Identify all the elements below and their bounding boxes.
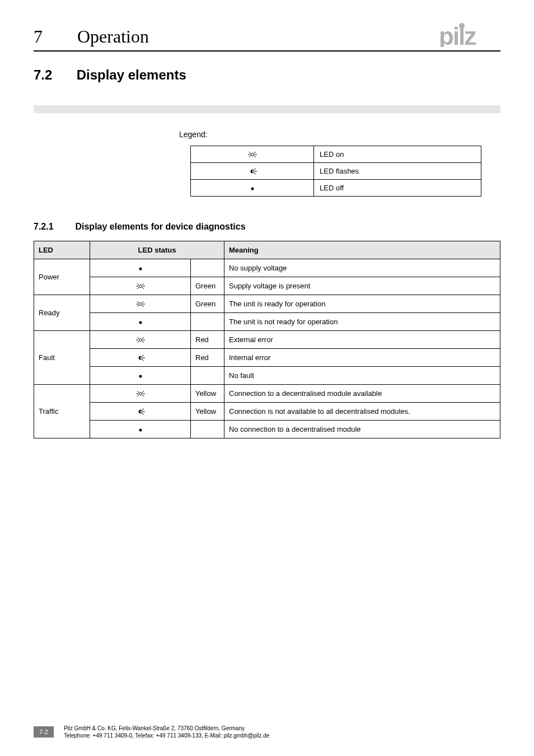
table-row: Fault Red External error	[34, 331, 500, 349]
led-name: Ready	[34, 295, 90, 331]
svg-line-6	[249, 156, 251, 157]
svg-line-34	[137, 341, 139, 343]
table-row: Power No supply voltage	[34, 259, 500, 277]
led-color	[191, 259, 224, 277]
led-meaning: No fault	[224, 367, 500, 385]
svg-point-53	[139, 428, 142, 431]
svg-line-7	[254, 156, 256, 157]
legend-row: LED on	[191, 146, 481, 163]
legend-desc: LED on	[314, 146, 481, 163]
svg-line-39	[142, 360, 144, 361]
legend-row: LED off	[191, 180, 481, 197]
footer-line2: Telephone: +49 711 3409-0, Telefax: +49 …	[64, 732, 269, 739]
led-off-icon	[90, 367, 191, 385]
page-number: 7-2	[34, 726, 54, 738]
table-row: Traffic Yellow Connection to a decentral…	[34, 385, 500, 403]
svg-line-32	[137, 337, 139, 339]
led-on-icon	[191, 146, 314, 163]
led-name: Power	[34, 259, 90, 295]
led-off-icon	[90, 313, 191, 331]
svg-line-10	[254, 169, 256, 170]
svg-line-11	[254, 173, 256, 174]
led-color: Red	[191, 331, 224, 349]
led-color	[191, 421, 224, 438]
legend-row: LED flashes	[191, 163, 481, 180]
svg-line-24	[137, 301, 139, 303]
led-on-icon	[90, 295, 191, 313]
section-heading: 7.2 Display elements	[34, 67, 500, 83]
page-footer: 7-2 Pilz GmbH & Co. KG, Felix-Wankel-Str…	[0, 725, 534, 739]
led-meaning: Internal error	[224, 349, 500, 367]
led-color	[191, 313, 224, 331]
svg-line-5	[254, 152, 256, 153]
svg-line-47	[142, 395, 144, 396]
led-color: Green	[191, 277, 224, 295]
subsection-heading: 7.2.1 Display elements for device diagno…	[34, 222, 500, 232]
pilz-logo: pilz	[439, 22, 500, 47]
led-color	[191, 367, 224, 385]
legend-table: LED on LED flashes LED off	[190, 146, 481, 197]
footer-text: Pilz GmbH & Co. KG, Felix-Wankel-Straße …	[64, 725, 269, 739]
led-color: Red	[191, 349, 224, 367]
svg-line-17	[137, 283, 139, 285]
led-off-icon	[191, 180, 314, 197]
svg-point-48	[139, 393, 142, 395]
led-flash-icon	[90, 349, 191, 367]
svg-point-14	[139, 267, 142, 270]
svg-line-20	[142, 287, 144, 289]
footer-line1: Pilz GmbH & Co. KG, Felix-Wankel-Straße …	[64, 725, 269, 732]
led-off-icon	[90, 421, 191, 438]
led-meaning: No connection to a decentralised module	[224, 421, 500, 438]
chapter-title: Operation	[77, 26, 149, 46]
svg-line-38	[142, 355, 144, 356]
svg-line-46	[137, 395, 139, 396]
table-row: No fault	[34, 367, 500, 385]
svg-line-25	[142, 301, 144, 303]
svg-text:pilz: pilz	[439, 22, 476, 47]
table-row: Green Supply voltage is present	[34, 277, 500, 295]
led-on-icon	[90, 277, 191, 295]
svg-point-21	[139, 285, 142, 288]
svg-point-8	[251, 153, 254, 156]
diagnostics-table: LED LED status Meaning Power No supply v…	[34, 241, 500, 438]
svg-line-44	[137, 391, 139, 393]
led-flash-icon	[90, 403, 191, 421]
led-on-icon	[90, 385, 191, 403]
svg-point-28	[139, 303, 142, 306]
led-meaning: External error	[224, 331, 500, 349]
svg-point-41	[139, 375, 142, 377]
subsection-number: 7.2.1	[34, 222, 73, 232]
section-title: Display elements	[77, 67, 186, 82]
table-row: Yellow Connection is not available to al…	[34, 403, 500, 421]
th-status: LED status	[90, 241, 224, 259]
divider-bar	[34, 105, 500, 113]
section-number: 7.2	[34, 67, 73, 83]
led-meaning: The unit is not ready for operation	[224, 313, 500, 331]
table-row: Red Internal error	[34, 349, 500, 367]
led-meaning: Supply voltage is present	[224, 277, 500, 295]
svg-line-27	[142, 305, 144, 307]
th-led: LED	[34, 241, 90, 259]
led-off-icon	[90, 259, 191, 277]
page-header: 7 Operation pilz	[34, 22, 500, 52]
led-name: Fault	[34, 331, 90, 385]
svg-line-18	[142, 283, 144, 285]
led-meaning: Connection is not available to all decen…	[224, 403, 500, 421]
chapter-number: 7	[34, 26, 73, 47]
chapter-heading: 7 Operation	[34, 26, 149, 47]
led-flash-icon	[191, 163, 314, 180]
table-row: No connection to a decentralised module	[34, 421, 500, 438]
led-name: Traffic	[34, 385, 90, 438]
svg-line-35	[142, 341, 144, 343]
th-meaning: Meaning	[224, 241, 500, 259]
led-color: Yellow	[191, 385, 224, 403]
svg-line-45	[142, 391, 144, 393]
svg-point-36	[139, 339, 142, 342]
svg-line-33	[142, 337, 144, 339]
svg-line-51	[142, 413, 144, 414]
svg-line-50	[142, 409, 144, 410]
table-row: The unit is not ready for operation	[34, 313, 500, 331]
table-header-row: LED LED status Meaning	[34, 241, 500, 259]
svg-line-19	[137, 287, 139, 289]
svg-point-29	[139, 321, 142, 324]
